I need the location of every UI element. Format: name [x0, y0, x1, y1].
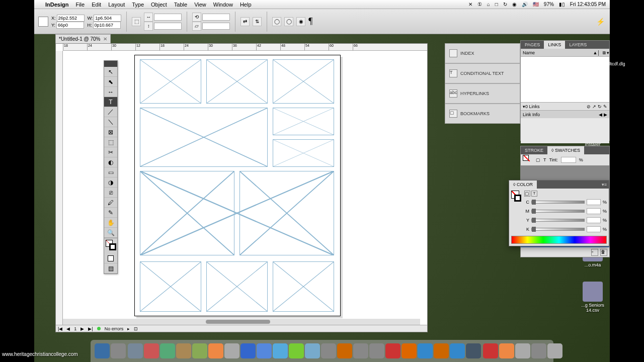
text-formatting-icon[interactable]: T	[543, 157, 546, 162]
links-col-icon[interactable]: ▲│	[593, 49, 600, 56]
shear-field[interactable]	[202, 23, 230, 30]
panel-tab-hyperlinks[interactable]: abcHYPERLINKS	[445, 83, 520, 104]
view-mode-icon[interactable]: ▤	[104, 263, 117, 274]
flag-icon[interactable]: 🇺🇸	[533, 2, 539, 7]
dock-app-icon[interactable]	[95, 343, 110, 358]
tint-field[interactable]	[561, 157, 576, 163]
scale-y-icon[interactable]: ↕	[144, 22, 153, 31]
dock-app-icon[interactable]	[240, 343, 256, 358]
tool-button[interactable]: 🖊	[104, 198, 117, 208]
links-col-name[interactable]: Name	[523, 49, 535, 56]
menubar-icon[interactable]: □	[495, 2, 498, 7]
dock-app-icon[interactable]	[192, 343, 207, 358]
next-page-icon[interactable]: ▶	[80, 326, 84, 331]
flip-v-icon[interactable]: ⇅	[253, 17, 262, 26]
image-frame[interactable]	[206, 261, 268, 312]
image-frame[interactable]	[140, 261, 201, 312]
menu-view[interactable]: View	[194, 2, 206, 8]
app-menu[interactable]: InDesign	[45, 2, 68, 8]
update-link-icon[interactable]: ↻	[598, 103, 602, 110]
panel-grip[interactable]	[104, 61, 117, 67]
clock[interactable]: Fri 12:43:05 PM	[570, 2, 606, 7]
dock-app-icon[interactable]	[160, 343, 175, 358]
tool-button[interactable]: ✂	[104, 147, 117, 157]
tool-button[interactable]: T	[104, 97, 117, 107]
dock-app-icon[interactable]	[531, 343, 546, 358]
page-number[interactable]: 1	[74, 326, 76, 331]
scale-y-field[interactable]	[154, 23, 182, 30]
corner-options-icon[interactable]: ◯	[272, 17, 281, 26]
dock-app-icon[interactable]	[224, 343, 239, 358]
menu-type[interactable]: Type	[132, 2, 144, 8]
dock-app-icon[interactable]	[418, 343, 433, 358]
panel-tab-conditional-text[interactable]: TCONDITIONAL TEXT	[445, 63, 520, 83]
dock-app-icon[interactable]	[499, 343, 514, 358]
image-frame[interactable]	[273, 261, 334, 312]
color-fill-stroke-proxy[interactable]	[511, 191, 522, 211]
x-field[interactable]	[57, 15, 85, 22]
wifi-icon[interactable]: ◉	[512, 2, 517, 7]
image-frame-span[interactable]	[140, 171, 334, 255]
channel-value[interactable]	[587, 217, 601, 223]
dock-app-icon[interactable]	[144, 343, 159, 358]
dock-app-icon[interactable]	[208, 343, 223, 358]
channel-slider[interactable]	[531, 210, 585, 213]
apply-color-icon[interactable]	[104, 253, 117, 263]
menubar-icon[interactable]: ①	[477, 2, 482, 7]
corner-options-icon[interactable]: ◯	[284, 17, 293, 26]
dock-app-icon[interactable]	[305, 343, 320, 358]
open-icon[interactable]: ⊡	[134, 326, 138, 331]
tool-button[interactable]: ⬉	[104, 77, 117, 87]
new-swatch-icon[interactable]: ▫	[591, 249, 598, 256]
panel-tab-bookmarks[interactable]: ▢BOOKMARKS	[445, 104, 520, 124]
dock-app-icon[interactable]	[176, 343, 191, 358]
flip-h-icon[interactable]: ⇄	[240, 17, 250, 26]
delete-swatch-icon[interactable]: 🗑	[600, 249, 607, 256]
preflight-status[interactable]: No errors	[105, 326, 124, 331]
tab-layers[interactable]: LAYERS	[565, 41, 591, 49]
tool-button[interactable]: 🔍	[104, 228, 117, 238]
tool-button[interactable]: ⊠	[104, 127, 117, 137]
menubar-icon[interactable]: ⌂	[487, 2, 490, 7]
horizontal-ruler[interactable]: 18243012182430364248546066	[63, 44, 427, 51]
tool-button[interactable]: ／	[104, 107, 117, 117]
prev-page-icon[interactable]: ◀	[66, 326, 70, 331]
image-frame[interactable]	[273, 59, 334, 104]
panel-menu-icon[interactable]: ▾≡	[602, 182, 607, 187]
link-info-label[interactable]: Link Info	[523, 112, 540, 117]
dock-app-icon[interactable]	[515, 343, 530, 358]
dock-app-icon[interactable]	[547, 343, 562, 358]
color-panel[interactable]: ◊ COLOR▾≡ ▢ T C%M%Y%K%	[509, 180, 609, 246]
scale-x-icon[interactable]: ↔	[144, 13, 153, 22]
dock-app-icon[interactable]	[273, 343, 288, 358]
tool-button[interactable]: ＼	[104, 117, 117, 127]
dock-app-icon[interactable]	[434, 343, 449, 358]
preflight-menu-icon[interactable]: ▸	[127, 326, 130, 331]
tab-stroke[interactable]: STROKE	[521, 146, 547, 154]
paragraph-icon[interactable]: ¶	[308, 16, 312, 27]
links-col-page-icon[interactable]: 🗎▾	[602, 49, 609, 56]
image-frame[interactable]	[206, 59, 268, 104]
image-frame[interactable]	[273, 108, 334, 135]
channel-value[interactable]	[587, 226, 601, 232]
edit-original-icon[interactable]: ✎	[603, 103, 607, 110]
menu-file[interactable]: File	[75, 2, 85, 8]
dock-app-icon[interactable]	[450, 343, 465, 358]
reference-point-selector[interactable]	[38, 17, 48, 27]
dock-app-icon[interactable]	[128, 343, 143, 358]
color-spectrum[interactable]	[511, 236, 607, 244]
tool-button[interactable]: ⬚	[104, 137, 117, 147]
channel-value[interactable]	[587, 208, 601, 214]
fill-stroke-proxy[interactable]	[523, 155, 533, 165]
first-page-icon[interactable]: |◀	[58, 326, 62, 331]
dock-app-icon[interactable]	[385, 343, 400, 358]
goto-link-icon[interactable]: ↗	[592, 103, 596, 110]
menu-object[interactable]: Object	[151, 2, 167, 8]
dock-app-icon[interactable]	[466, 343, 481, 358]
tool-button[interactable]: ✎	[104, 208, 117, 218]
dock-app-icon[interactable]	[289, 343, 304, 358]
rotate-icon[interactable]: ⟲	[192, 13, 201, 22]
tools-panel[interactable]: ↖⬉↔T／＼⊠⬚✂◐▭◑⎚🖊✎✋🔍 ▤	[104, 60, 118, 274]
document-tab[interactable]: *Untitled-1 @ 70% ✕	[55, 34, 111, 43]
image-frame[interactable]	[140, 108, 268, 167]
